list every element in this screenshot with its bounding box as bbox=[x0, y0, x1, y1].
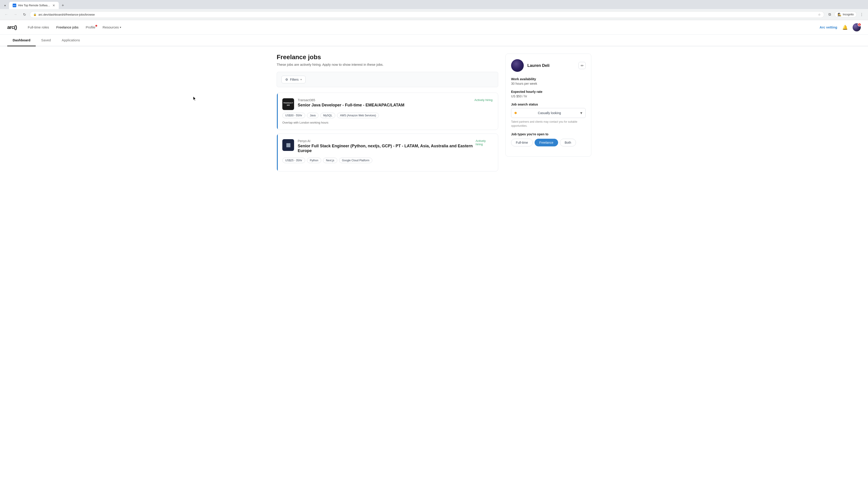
job-title-0: Senior Java Developer - Full-time - EMEA… bbox=[298, 103, 404, 107]
job-tags-0: US$30 - 55/hr Java MySQL AWS (Amazon Web… bbox=[282, 113, 493, 118]
company-logo-1: ▦ bbox=[282, 139, 294, 151]
nav-fulltime[interactable]: Full-time roles bbox=[28, 25, 49, 29]
nav-resources-link[interactable]: Resources bbox=[103, 25, 119, 29]
app-logo[interactable]: arc() bbox=[7, 24, 17, 30]
profile-avatar bbox=[511, 59, 524, 72]
incognito-icon: 🕵 bbox=[837, 13, 841, 16]
new-tab-btn[interactable]: + bbox=[60, 2, 66, 8]
tag-java-0: Java bbox=[307, 113, 318, 118]
tab-saved[interactable]: Saved bbox=[36, 35, 56, 46]
forward-btn[interactable]: → bbox=[12, 11, 19, 18]
job-status-0: Actively hiring bbox=[474, 98, 493, 102]
job-types-label: Job types you're open to bbox=[511, 132, 586, 136]
status-description: Talent partners and clients may contact … bbox=[511, 120, 586, 128]
job-card-header-1: ▦ Penyo AI Senior Full Stack Engineer (P… bbox=[282, 139, 493, 155]
toolbar-actions: ⧉ 🕵 Incognito ⋮ bbox=[826, 11, 865, 18]
back-btn[interactable]: ← bbox=[3, 11, 10, 18]
tab-bar: ▾ arc Hire Top Remote Software Dev... ✕ … bbox=[0, 0, 868, 9]
mouse-cursor bbox=[193, 96, 196, 101]
job-card-info-0: Transact365 Senior Java Developer - Full… bbox=[298, 98, 493, 109]
avatar-container[interactable]: 1 bbox=[852, 23, 861, 31]
job-card-0[interactable]: TRANSACT365 Transact365 Senior Java Deve… bbox=[277, 93, 498, 130]
more-btn[interactable]: ⋮ bbox=[858, 11, 865, 18]
refresh-btn[interactable]: ↻ bbox=[21, 11, 28, 18]
browser-tab-active[interactable]: arc Hire Top Remote Software Dev... ✕ bbox=[9, 2, 59, 9]
profile-name: Lauren Deli bbox=[527, 63, 575, 68]
avatar-badge: 1 bbox=[858, 23, 861, 26]
job-status-dropdown[interactable]: Casually looking ▾ bbox=[511, 108, 586, 118]
job-card-1[interactable]: ▦ Penyo AI Senior Full Stack Engineer (P… bbox=[277, 133, 498, 171]
resources-arrow: ▾ bbox=[120, 26, 121, 29]
work-availability-value: 30 hours per week bbox=[511, 82, 586, 86]
hourly-rate-section: Expected hourly rate US $50 / hr bbox=[511, 90, 586, 98]
notification-icon: 🔔 bbox=[842, 25, 848, 30]
job-card-header-0: TRANSACT365 Transact365 Senior Java Deve… bbox=[282, 98, 493, 110]
extensions-btn[interactable]: ⧉ bbox=[826, 11, 833, 18]
tag-gcp-1: Google Cloud Platform bbox=[339, 158, 372, 163]
job-type-both[interactable]: Both bbox=[560, 139, 576, 147]
job-status-1: Actively hiring bbox=[475, 139, 493, 146]
incognito-btn[interactable]: 🕵 Incognito bbox=[835, 11, 857, 18]
tag-aws-0: AWS (Amazon Web Services) bbox=[337, 113, 379, 118]
tab-applications[interactable]: Applications bbox=[56, 35, 86, 46]
content-left: Freelance jobs These jobs are actively h… bbox=[277, 54, 498, 175]
job-tags-1: US$25 - 35/hr Python Next.js Google Clou… bbox=[282, 158, 493, 163]
page-tabs: Dashboard Saved Applications bbox=[0, 35, 868, 46]
hourly-rate-value: US $50 / hr bbox=[511, 94, 586, 98]
job-search-label: Job search status bbox=[511, 103, 586, 106]
app-header: arc() Full-time roles Freelance jobs Pro… bbox=[0, 20, 868, 35]
address-bar[interactable]: 🔒 arc.dev/dashboard/d/freelance-jobs/bro… bbox=[30, 11, 824, 18]
browser-toolbar: ← → ↻ 🔒 arc.dev/dashboard/d/freelance-jo… bbox=[0, 9, 868, 20]
tab-title: Hire Top Remote Software Dev... bbox=[18, 4, 51, 7]
notification-btn[interactable]: 🔔 bbox=[841, 23, 849, 31]
main-content: Freelance jobs These jobs are actively h… bbox=[270, 46, 598, 175]
edit-icon: ✏ bbox=[581, 64, 584, 68]
work-availability-section: Work availability 30 hours per week bbox=[511, 77, 586, 86]
job-company-1: Penyo AI bbox=[298, 139, 475, 143]
avatar-bg bbox=[511, 59, 524, 72]
nav-freelance[interactable]: Freelance jobs bbox=[56, 25, 79, 29]
tag-rate-1: US$25 - 35/hr bbox=[282, 158, 305, 163]
company-logo-text-0: TRANSACT365 bbox=[283, 102, 293, 106]
filter-icon: ⚙ bbox=[285, 78, 288, 81]
nav-profile[interactable]: Profile bbox=[86, 25, 95, 29]
content-right: Lauren Deli ✏ Work availability 30 hours… bbox=[505, 54, 591, 175]
tag-nextjs-1: Next.js bbox=[323, 158, 337, 163]
page-subtitle: These jobs are actively hiring. Apply no… bbox=[277, 63, 498, 66]
main-nav: Full-time roles Freelance jobs Profile R… bbox=[28, 25, 819, 29]
dropdown-arrow: ▾ bbox=[580, 110, 582, 116]
filter-bar: ⚙ Filters ▾ bbox=[277, 72, 498, 87]
nav-resources[interactable]: Resources ▾ bbox=[103, 25, 121, 29]
page-title: Freelance jobs bbox=[277, 54, 498, 61]
job-types-section: Job types you're open to Full-time Freel… bbox=[511, 132, 586, 147]
browser-chrome: ▾ arc Hire Top Remote Software Dev... ✕ … bbox=[0, 0, 868, 20]
job-status-text: Casually looking bbox=[538, 111, 561, 115]
job-type-fulltime[interactable]: Full-time bbox=[511, 139, 533, 147]
work-availability-label: Work availability bbox=[511, 77, 586, 81]
profile-section: Lauren Deli ✏ bbox=[511, 59, 586, 72]
job-title-1: Senior Full Stack Engineer (Python, next… bbox=[298, 144, 475, 153]
job-search-section: Job search status Casually looking ▾ Tal… bbox=[511, 103, 586, 128]
filters-btn[interactable]: ⚙ Filters ▾ bbox=[281, 76, 306, 84]
incognito-label: Incognito bbox=[843, 13, 854, 16]
job-type-buttons: Full-time Freelance Both bbox=[511, 139, 586, 147]
company-logo-0: TRANSACT365 bbox=[282, 98, 294, 110]
hourly-rate-label: Expected hourly rate bbox=[511, 90, 586, 94]
tab-group-arrow[interactable]: ▾ bbox=[2, 2, 8, 8]
url-display: arc.dev/dashboard/d/freelance-jobs/brows… bbox=[38, 13, 816, 16]
edit-profile-btn[interactable]: ✏ bbox=[579, 62, 586, 69]
sidebar-card: Lauren Deli ✏ Work availability 30 hours… bbox=[505, 54, 591, 157]
company-logo-text-1: ▦ bbox=[286, 142, 291, 148]
job-type-freelance[interactable]: Freelance bbox=[535, 139, 558, 147]
tab-favicon: arc bbox=[13, 4, 16, 7]
tab-close-btn[interactable]: ✕ bbox=[53, 4, 55, 7]
arc-vetting-btn[interactable]: Arc vetting bbox=[819, 25, 837, 29]
tag-rate-0: US$30 - 55/hr bbox=[282, 113, 305, 118]
tag-python-1: Python bbox=[307, 158, 321, 163]
tab-dashboard[interactable]: Dashboard bbox=[7, 35, 36, 46]
job-company-0: Transact365 bbox=[298, 98, 404, 102]
filters-label: Filters bbox=[290, 78, 299, 81]
bookmark-icon[interactable]: ☆ bbox=[818, 13, 821, 16]
status-dot bbox=[515, 112, 517, 114]
tag-mysql-0: MySQL bbox=[320, 113, 335, 118]
